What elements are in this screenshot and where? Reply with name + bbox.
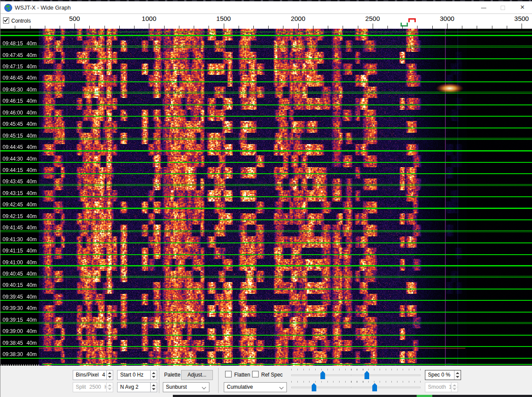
n-avg-spinbox[interactable]: N Avg 2 (117, 382, 157, 392)
slider-handle[interactable] (312, 383, 317, 391)
palette-adjust-button[interactable]: Adjust... (181, 370, 213, 380)
palette-select[interactable]: Sunburst (163, 382, 209, 392)
freq-tick (477, 26, 477, 29)
bins-per-pixel-spinbox[interactable]: Bins/Pixel4 (73, 370, 113, 380)
palette-label: Palette (164, 372, 180, 378)
waterfall-canvas[interactable] (0, 29, 532, 366)
slider-tick (420, 369, 421, 370)
freq-tick (268, 26, 269, 29)
close-icon: ✕ (512, 4, 532, 10)
slider-tick (391, 381, 392, 383)
flatten-checkbox[interactable] (225, 371, 232, 377)
row-timestamp: 09:41:30 (3, 236, 23, 242)
maximize-button (493, 1, 512, 14)
waterfall[interactable]: 09:48:1540m09:47:4540m09:47:1540m09:46:4… (0, 29, 532, 366)
slider-tick (327, 381, 328, 383)
frequency-ruler[interactable]: Controls 500100015002000250030003500 (0, 14, 532, 29)
row-timestamp: 09:46:15 (3, 98, 23, 104)
slider-groove[interactable] (351, 374, 421, 376)
slider-tick (397, 369, 397, 370)
spinner-buttons-icon[interactable] (150, 383, 157, 392)
slider-tick (363, 381, 363, 383)
bins-per-pixel-label: Bins/Pixel (76, 372, 99, 378)
slider-tick (333, 369, 333, 370)
slider-tick (368, 369, 369, 370)
freq-tick-label: 3000 (440, 15, 454, 22)
freq-tick (30, 26, 30, 29)
row-timestamp: 09:43:15 (3, 190, 23, 196)
row-timestamp: 09:40:45 (3, 271, 23, 277)
row-timestamp: 09:44:15 (3, 167, 23, 173)
freq-tick (134, 26, 135, 29)
freq-tick-label: 500 (69, 15, 80, 22)
freq-tick (298, 24, 299, 29)
minimize-button[interactable] (474, 1, 493, 14)
waterfall-controls-bar: Bins/Pixel4 Start 0 Hz Split2500Hz N Avg… (0, 366, 532, 397)
freq-tick (343, 26, 343, 29)
row-timestamp: 09:39:00 (3, 328, 23, 334)
row-timestamp: 09:41:00 (3, 259, 23, 266)
spectrum-gain-slider[interactable] (351, 369, 421, 380)
minimize-icon (481, 8, 486, 8)
split-label: Split (76, 384, 86, 390)
separator (159, 368, 159, 393)
slider-groove[interactable] (351, 387, 421, 388)
slider-handle[interactable] (364, 371, 369, 379)
row-band-label: 40m (27, 225, 37, 231)
spectrum-mode-select[interactable]: Cumulative (224, 382, 287, 392)
slider-handle[interactable] (320, 371, 325, 379)
bins-per-pixel-value: 4 (102, 372, 105, 378)
row-timestamp: 09:47:45 (3, 52, 23, 58)
row-timestamp: 09:43:45 (3, 178, 23, 185)
spinner-buttons-icon[interactable] (150, 370, 157, 380)
ref-spec-checkbox[interactable] (252, 371, 259, 377)
close-button[interactable]: ✕ (512, 1, 532, 14)
row-band-label: 40m (27, 305, 37, 311)
row-band-label: 40m (27, 178, 37, 185)
slider-tick (303, 369, 304, 370)
slider-tick (351, 369, 351, 370)
row-timestamp: 09:39:45 (3, 294, 23, 300)
controls-checkbox-label: Controls (11, 18, 31, 24)
row-band-label: 40m (27, 328, 37, 334)
background-green-fragment (417, 395, 432, 397)
spinner-buttons-icon[interactable] (454, 370, 461, 380)
maximize-icon (501, 6, 505, 10)
spinner-buttons-icon[interactable] (106, 370, 113, 380)
spectrum-zero-slider[interactable] (351, 381, 421, 392)
start-hz-spinbox[interactable]: Start 0 Hz (117, 370, 157, 380)
freq-tick (507, 26, 507, 29)
freq-tick (283, 26, 283, 29)
background-window-sliver-bottom (173, 395, 532, 397)
rx-frequency-marker[interactable] (401, 23, 408, 27)
spec-suffix: % (446, 372, 451, 378)
row-timestamp: 09:46:45 (3, 75, 23, 81)
slider-handle[interactable] (372, 383, 377, 391)
row-band-label: 40m (27, 202, 37, 208)
row-band-label: 40m (27, 52, 37, 58)
row-timestamp: 09:39:15 (3, 317, 23, 323)
freq-tick (74, 24, 75, 29)
controls-checkbox[interactable] (3, 17, 9, 24)
spinner-buttons-icon (451, 383, 458, 392)
row-band-label: 40m (27, 351, 37, 357)
row-timestamp: 09:46:00 (3, 110, 23, 116)
title-bar[interactable]: WSJT-X - Wide Graph ✕ (0, 1, 532, 14)
slider-tick (309, 381, 310, 383)
freq-tick (492, 26, 492, 29)
ref-spec-checkbox-label: Ref Spec (261, 372, 283, 378)
row-band-label: 40m (27, 271, 37, 277)
slider-tick (327, 369, 328, 370)
spec-percent-spinbox[interactable]: Spec 0 % (425, 370, 461, 380)
spec-value: 0 (441, 372, 444, 378)
row-band-label: 40m (27, 282, 37, 288)
freq-tick (89, 26, 90, 29)
window-title: WSJT-X - Wide Graph (15, 4, 71, 11)
tx-frequency-marker[interactable] (408, 18, 416, 22)
slider-tick (345, 369, 346, 370)
slider-tick (321, 381, 322, 383)
slider-tick (309, 369, 310, 370)
slider-tick (321, 369, 322, 370)
palette-select-value: Sunburst (166, 384, 187, 390)
row-timestamp: 09:48:15 (3, 40, 23, 47)
